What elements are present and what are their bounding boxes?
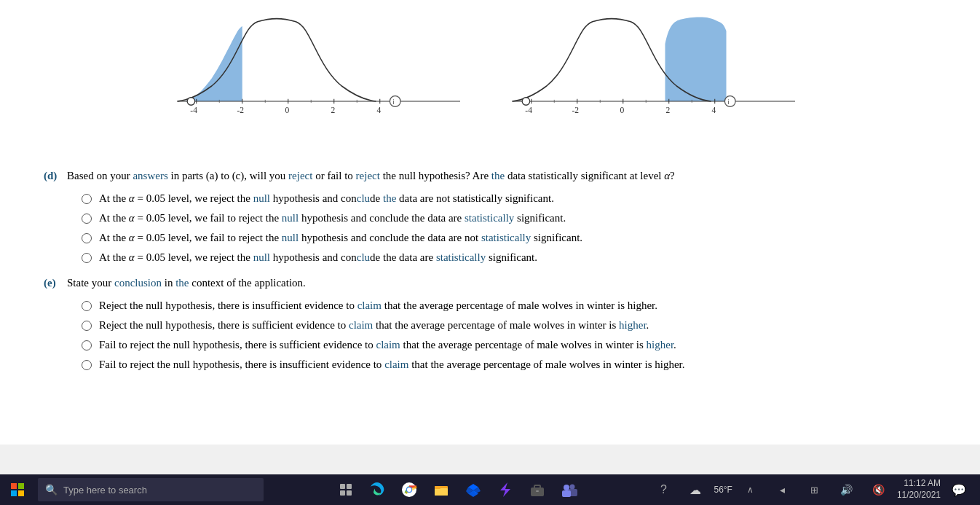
svg-text:i: i: [393, 98, 395, 106]
question-d-label: (d): [44, 170, 67, 182]
radio-d4[interactable]: [82, 253, 92, 263]
option-e3[interactable]: Fail to reject the null hypothesis, ther…: [82, 339, 936, 351]
radio-d2[interactable]: [82, 214, 92, 224]
question-e-label: (e): [44, 277, 67, 289]
svg-text:4: 4: [377, 106, 382, 114]
svg-point-20: [522, 98, 530, 106]
svg-text:2: 2: [666, 106, 671, 114]
question-d-text: Based on your answers in parts (a) to (c…: [67, 170, 936, 182]
left-chart: -4 -2 0 2 4 i: [170, 15, 475, 142]
svg-point-31: [724, 96, 735, 107]
option-e2[interactable]: Reject the null hypothesis, there is suf…: [82, 319, 936, 332]
svg-text:0: 0: [285, 106, 290, 114]
question-e-row: (e) State your conclusion in the context…: [44, 277, 936, 289]
svg-text:0: 0: [620, 106, 625, 114]
radio-e1[interactable]: [82, 301, 92, 311]
svg-text:-4: -4: [525, 106, 532, 114]
svg-text:-2: -2: [237, 106, 244, 114]
main-content: -4 -2 0 2 4 i: [0, 0, 980, 445]
svg-point-13: [390, 96, 400, 107]
option-d2[interactable]: At the α = 0.05 level, we fail to reject…: [82, 212, 936, 224]
option-d4[interactable]: At the α = 0.05 level, we reject the nul…: [82, 251, 936, 264]
option-d1[interactable]: At the α = 0.05 level, we reject the nul…: [82, 192, 936, 205]
question-d-section: (d) Based on your answers in parts (a) t…: [44, 170, 936, 264]
svg-text:i: i: [728, 98, 730, 106]
option-e1[interactable]: Reject the null hypothesis, there is ins…: [82, 300, 936, 312]
question-e-section: (e) State your conclusion in the context…: [44, 277, 936, 371]
svg-text:2: 2: [331, 106, 336, 114]
right-chart: -4 -2 0 2 4 i: [505, 15, 810, 142]
svg-text:-2: -2: [572, 106, 579, 114]
question-d-options: At the α = 0.05 level, we reject the nul…: [82, 192, 936, 264]
question-e-text: State your conclusion in the context of …: [67, 277, 936, 289]
question-e-options: Reject the null hypothesis, there is ins…: [82, 300, 936, 371]
radio-e4[interactable]: [82, 360, 92, 370]
question-d-row: (d) Based on your answers in parts (a) t…: [44, 170, 936, 182]
radio-d1[interactable]: [82, 194, 92, 204]
svg-text:4: 4: [712, 106, 716, 114]
radio-e3[interactable]: [82, 340, 92, 351]
svg-text:-4: -4: [190, 106, 197, 114]
svg-point-4: [187, 98, 195, 106]
option-d3[interactable]: At the α = 0.05 level, we fail to reject…: [82, 232, 936, 244]
option-e4[interactable]: Fail to reject the null hypothesis, ther…: [82, 359, 936, 371]
radio-d3[interactable]: [82, 233, 92, 243]
charts-area: -4 -2 0 2 4 i: [44, 7, 936, 157]
radio-e2[interactable]: [82, 321, 92, 331]
